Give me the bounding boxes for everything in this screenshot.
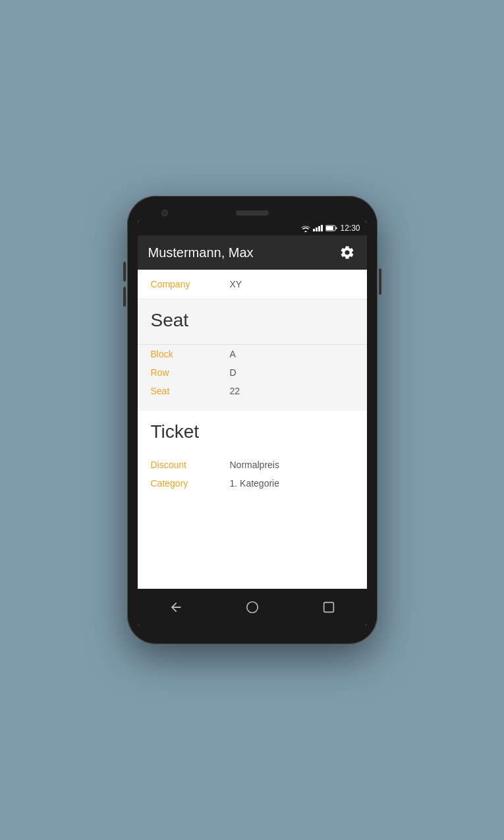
bottom-navigation [138,589,367,626]
volume-up-button[interactable] [123,262,126,282]
phone-bottom [138,626,367,634]
row-label: Row [151,367,230,378]
svg-rect-2 [336,227,337,229]
category-value: 1. Kategorie [230,478,280,489]
svg-point-3 [246,602,258,613]
status-bar: 12:30 [138,221,367,235]
seat-row: Seat 22 [151,382,354,400]
power-button[interactable] [379,268,381,295]
ticket-section-header: Ticket [138,411,367,456]
block-label: Block [151,349,230,359]
volume-down-button[interactable] [123,287,126,307]
svg-rect-1 [326,226,333,230]
front-camera [161,210,168,216]
wifi-icon [301,225,310,232]
block-row: Block A [151,345,354,363]
home-icon [245,600,260,615]
row-row: Row D [151,363,354,382]
phone-device: 12:30 Mustermann, Max Company XY Seat [127,196,378,644]
seat-value: 22 [230,386,240,396]
home-button[interactable] [240,595,264,619]
company-label: Company [151,279,230,289]
back-icon [169,600,183,615]
company-row: Company XY [138,270,367,299]
back-button[interactable] [164,595,188,619]
recents-button[interactable] [317,595,341,619]
seat-section-title: Seat [151,310,354,331]
settings-button[interactable] [338,243,356,262]
gear-icon [339,245,355,260]
seat-label: Seat [151,386,230,396]
app-bar: Mustermann, Max [138,235,367,270]
battery-icon [325,225,337,231]
status-icons: 12:30 [301,224,360,233]
seat-section-header: Seat [138,299,367,345]
company-value: XY [230,279,242,289]
phone-top-bar [138,206,367,221]
discount-value: Normalpreis [230,460,279,470]
row-value: D [230,367,237,378]
content-area: Company XY Seat Block A Row D Seat 22 [138,270,367,589]
discount-row: Discount Normalpreis [151,456,354,474]
time-display: 12:30 [340,224,360,233]
discount-label: Discount [151,460,230,470]
block-value: A [230,349,236,359]
signal-icon [313,225,323,231]
seat-section-body: Block A Row D Seat 22 [138,345,367,411]
recents-icon [322,600,336,615]
speaker [236,210,269,216]
category-label: Category [151,478,230,489]
svg-rect-4 [323,603,333,613]
ticket-section-title: Ticket [151,421,354,442]
app-bar-title: Mustermann, Max [148,245,254,260]
phone-screen: 12:30 Mustermann, Max Company XY Seat [138,221,367,626]
ticket-section-body: Discount Normalpreis Category 1. Kategor… [138,456,367,503]
category-row: Category 1. Kategorie [151,474,354,493]
